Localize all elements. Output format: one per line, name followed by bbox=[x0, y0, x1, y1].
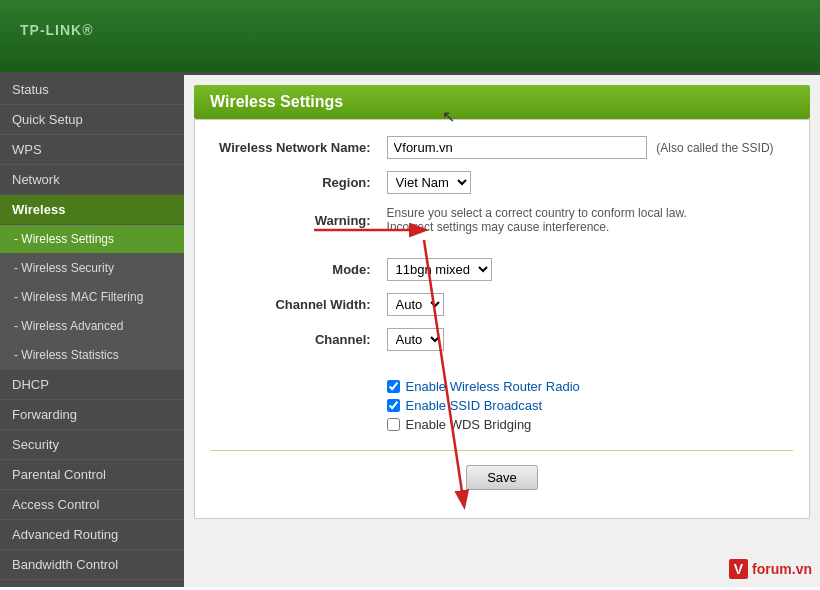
spacer-2 bbox=[211, 357, 793, 369]
sidebar-item-forwarding[interactable]: Forwarding bbox=[0, 400, 184, 430]
warning-text-2: Incorrect settings may cause interferenc… bbox=[387, 220, 785, 234]
region-row: Region: Viet Nam bbox=[211, 165, 793, 200]
enable-ssid-checkbox[interactable] bbox=[387, 399, 400, 412]
warning-row: Warning: Ensure you select a correct cou… bbox=[211, 200, 793, 240]
mode-label: Mode: bbox=[211, 252, 379, 287]
sidebar-item-wireless-mac-filtering[interactable]: - Wireless MAC Filtering bbox=[0, 283, 184, 312]
sidebar-item-wireless-statistics[interactable]: - Wireless Statistics bbox=[0, 341, 184, 370]
mode-select[interactable]: 11bgn mixed bbox=[387, 258, 492, 281]
enable-wds-checkbox[interactable] bbox=[387, 418, 400, 431]
sidebar-item-wps[interactable]: WPS bbox=[0, 135, 184, 165]
sidebar-item-wireless-advanced[interactable]: - Wireless Advanced bbox=[0, 312, 184, 341]
sidebar-item-dhcp[interactable]: DHCP bbox=[0, 370, 184, 400]
checkboxes-label-cell bbox=[211, 369, 379, 442]
sidebar-item-ip-mac-binding[interactable]: IP & MAC Binding bbox=[0, 580, 184, 587]
enable-wds-row: Enable WDS Bridging bbox=[387, 417, 785, 432]
settings-form: Wireless Network Name: (Also called the … bbox=[211, 130, 793, 442]
region-value-cell: Viet Nam bbox=[379, 165, 793, 200]
channel-width-row: Channel Width: Auto bbox=[211, 287, 793, 322]
checkboxes-row: Enable Wireless Router Radio Enable SSID… bbox=[211, 369, 793, 442]
main-content: ↖ Wireless Settings Wireless Network Nam… bbox=[184, 75, 820, 587]
logo: TP-LINK® bbox=[20, 18, 94, 55]
channel-width-value-cell: Auto bbox=[379, 287, 793, 322]
spacer-1 bbox=[211, 240, 793, 252]
region-select[interactable]: Viet Nam bbox=[387, 171, 471, 194]
watermark-text: forum.vn bbox=[752, 561, 812, 577]
checkboxes-value-cell: Enable Wireless Router Radio Enable SSID… bbox=[379, 369, 793, 442]
channel-value-cell: Auto bbox=[379, 322, 793, 357]
page-title: Wireless Settings bbox=[210, 93, 794, 111]
watermark-v: V bbox=[729, 559, 748, 579]
layout: Status Quick Setup WPS Network Wireless … bbox=[0, 75, 820, 587]
warning-value-cell: Ensure you select a correct country to c… bbox=[379, 200, 793, 240]
mode-value-cell: 11bgn mixed bbox=[379, 252, 793, 287]
channel-width-select[interactable]: Auto bbox=[387, 293, 444, 316]
sidebar-item-access-control[interactable]: Access Control bbox=[0, 490, 184, 520]
enable-radio-checkbox[interactable] bbox=[387, 380, 400, 393]
sidebar-item-wireless-settings[interactable]: - Wireless Settings bbox=[0, 225, 184, 254]
sidebar-item-parental-control[interactable]: Parental Control bbox=[0, 460, 184, 490]
header: TP-LINK® bbox=[0, 0, 820, 75]
channel-label: Channel: bbox=[211, 322, 379, 357]
warning-text-1: Ensure you select a correct country to c… bbox=[387, 206, 785, 220]
logo-sup: ® bbox=[82, 22, 93, 38]
network-name-row: Wireless Network Name: (Also called the … bbox=[211, 130, 793, 165]
save-button[interactable]: Save bbox=[466, 465, 538, 490]
sidebar-item-bandwidth-control[interactable]: Bandwidth Control bbox=[0, 550, 184, 580]
sidebar-item-security[interactable]: Security bbox=[0, 430, 184, 460]
enable-wds-label: Enable WDS Bridging bbox=[406, 417, 532, 432]
sidebar-item-wireless[interactable]: Wireless bbox=[0, 195, 184, 225]
mode-row: Mode: 11bgn mixed bbox=[211, 252, 793, 287]
network-name-hint: (Also called the SSID) bbox=[656, 141, 773, 155]
sidebar-item-wireless-security[interactable]: - Wireless Security bbox=[0, 254, 184, 283]
sidebar-item-advanced-routing[interactable]: Advanced Routing bbox=[0, 520, 184, 550]
sidebar-item-quick-setup[interactable]: Quick Setup bbox=[0, 105, 184, 135]
channel-select[interactable]: Auto bbox=[387, 328, 444, 351]
channel-row: Channel: Auto bbox=[211, 322, 793, 357]
network-name-label: Wireless Network Name: bbox=[211, 130, 379, 165]
network-name-value-cell: (Also called the SSID) bbox=[379, 130, 793, 165]
sidebar: Status Quick Setup WPS Network Wireless … bbox=[0, 75, 184, 587]
save-row: Save bbox=[211, 459, 793, 496]
warning-label: Warning: bbox=[211, 200, 379, 240]
page-title-bar: Wireless Settings bbox=[194, 85, 810, 119]
network-name-input[interactable] bbox=[387, 136, 647, 159]
logo-text: TP-LINK bbox=[20, 22, 82, 38]
enable-ssid-label: Enable SSID Broadcast bbox=[406, 398, 543, 413]
region-label: Region: bbox=[211, 165, 379, 200]
channel-width-label: Channel Width: bbox=[211, 287, 379, 322]
sidebar-item-status[interactable]: Status bbox=[0, 75, 184, 105]
enable-ssid-row: Enable SSID Broadcast bbox=[387, 398, 785, 413]
sidebar-item-network[interactable]: Network bbox=[0, 165, 184, 195]
watermark: V forum.vn bbox=[729, 559, 812, 579]
content-area: Wireless Network Name: (Also called the … bbox=[194, 119, 810, 519]
divider bbox=[211, 450, 793, 451]
enable-radio-label: Enable Wireless Router Radio bbox=[406, 379, 580, 394]
enable-radio-row: Enable Wireless Router Radio bbox=[387, 379, 785, 394]
